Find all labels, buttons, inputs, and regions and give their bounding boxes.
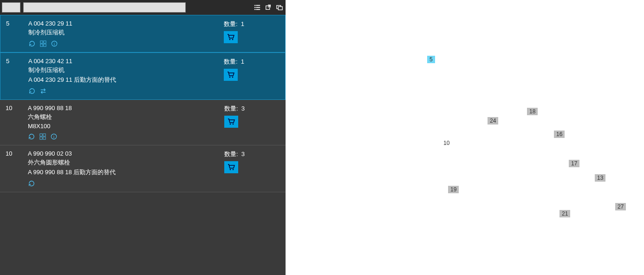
svg-point-15: [229, 39, 231, 40]
qty-label: 数量:: [224, 58, 238, 65]
list-view-icon[interactable]: [253, 3, 261, 12]
window-icon[interactable]: [275, 3, 284, 12]
svg-point-18: [232, 77, 234, 78]
search-input[interactable]: [23, 2, 186, 13]
svg-point-16: [232, 39, 234, 40]
part-list: 5 A 004 230 29 11 制冷剂压缩机 i 数量: 1 5 A 004…: [0, 15, 286, 275]
grid-icon[interactable]: [39, 133, 46, 140]
part-row[interactable]: 10 A 990 990 88 18 六角螺栓 M8X100 i 数量: 3: [0, 100, 286, 145]
exploded-diagram[interactable]: 5101824161713192127: [286, 0, 644, 275]
diagram-callout[interactable]: 18: [527, 108, 538, 115]
qty-value: 3: [241, 105, 245, 112]
svg-rect-22: [43, 137, 46, 139]
svg-text:i: i: [53, 135, 54, 139]
diagram-callout[interactable]: 10: [441, 139, 452, 147]
diagram-callout[interactable]: 5: [427, 56, 435, 63]
part-number: A 990 990 02 03: [28, 150, 224, 157]
svg-rect-1: [256, 5, 260, 6]
part-number: A 990 990 88 18: [28, 105, 224, 111]
part-position: 10: [6, 150, 28, 187]
part-row[interactable]: 5 A 004 230 29 11 制冷剂压缩机 i 数量: 1: [0, 15, 286, 52]
refresh-icon[interactable]: [28, 40, 36, 47]
diagram-callout[interactable]: 27: [615, 203, 626, 210]
info-icon[interactable]: i: [51, 40, 58, 47]
qty-label: 数量:: [224, 105, 238, 112]
qty-value: 3: [241, 151, 245, 157]
part-note: A 004 230 29 11 后勤方面的替代: [28, 76, 224, 84]
part-number: A 004 230 29 11: [28, 20, 224, 27]
svg-rect-19: [40, 134, 42, 136]
svg-rect-9: [40, 41, 43, 43]
svg-rect-20: [43, 134, 46, 136]
qty-label: 数量:: [224, 20, 238, 27]
svg-rect-4: [254, 9, 256, 10]
svg-rect-3: [256, 7, 260, 8]
svg-rect-0: [254, 5, 256, 6]
add-to-cart-button[interactable]: [224, 69, 238, 81]
swap-icon[interactable]: [39, 87, 47, 95]
part-description: 制冷剂压缩机: [28, 28, 224, 37]
svg-rect-5: [256, 9, 260, 10]
position-filter-input[interactable]: [2, 2, 20, 13]
part-note: M8X100: [28, 123, 224, 130]
svg-point-17: [229, 77, 231, 78]
diagram-callout[interactable]: 24: [488, 117, 498, 124]
part-description: 六角螺栓: [28, 113, 224, 121]
refresh-icon[interactable]: [28, 133, 35, 140]
part-position: 10: [6, 105, 28, 140]
diagram-callout[interactable]: 19: [448, 186, 459, 193]
diagram-callout[interactable]: 13: [595, 174, 605, 182]
toolbar: [0, 0, 286, 15]
svg-point-25: [230, 124, 231, 125]
svg-rect-11: [40, 44, 43, 46]
svg-point-26: [233, 124, 234, 125]
svg-rect-21: [40, 137, 42, 139]
add-to-cart-button[interactable]: [224, 31, 238, 43]
svg-rect-10: [44, 41, 46, 43]
svg-point-28: [233, 169, 234, 170]
diagram-panel: 5101824161713192127: [286, 0, 644, 275]
part-position: 5: [6, 58, 28, 95]
parts-list-panel: 5 A 004 230 29 11 制冷剂压缩机 i 数量: 1 5 A 004…: [0, 0, 286, 275]
part-description: 制冷剂压缩机: [28, 66, 224, 74]
svg-rect-12: [44, 44, 46, 46]
refresh-icon[interactable]: [28, 87, 36, 95]
qty-value: 1: [241, 20, 244, 27]
qty-value: 1: [241, 58, 244, 65]
part-position: 5: [6, 20, 28, 47]
add-to-cart-button[interactable]: [224, 116, 238, 128]
svg-point-27: [230, 169, 231, 170]
part-number: A 004 230 42 11: [28, 58, 224, 65]
part-row[interactable]: 10 A 990 990 02 03 外六角圆形螺栓 A 990 990 88 …: [0, 145, 286, 192]
svg-rect-8: [278, 7, 282, 10]
part-row[interactable]: 5 A 004 230 42 11 制冷剂压缩机 A 004 230 29 11…: [0, 52, 286, 100]
diagram-callout[interactable]: 16: [554, 131, 565, 138]
part-note: A 990 990 88 18 后勤方面的替代: [28, 168, 224, 177]
external-link-icon[interactable]: [264, 3, 273, 12]
add-to-cart-button[interactable]: [224, 161, 238, 173]
qty-label: 数量:: [224, 151, 238, 157]
svg-rect-2: [254, 7, 256, 8]
diagram-callout[interactable]: 21: [559, 210, 570, 217]
info-icon[interactable]: i: [50, 133, 58, 140]
diagram-callout[interactable]: 17: [569, 160, 579, 167]
grid-icon[interactable]: [39, 40, 47, 47]
refresh-icon[interactable]: [28, 180, 35, 187]
svg-text:i: i: [54, 42, 55, 46]
part-description: 外六角圆形螺栓: [28, 158, 224, 167]
